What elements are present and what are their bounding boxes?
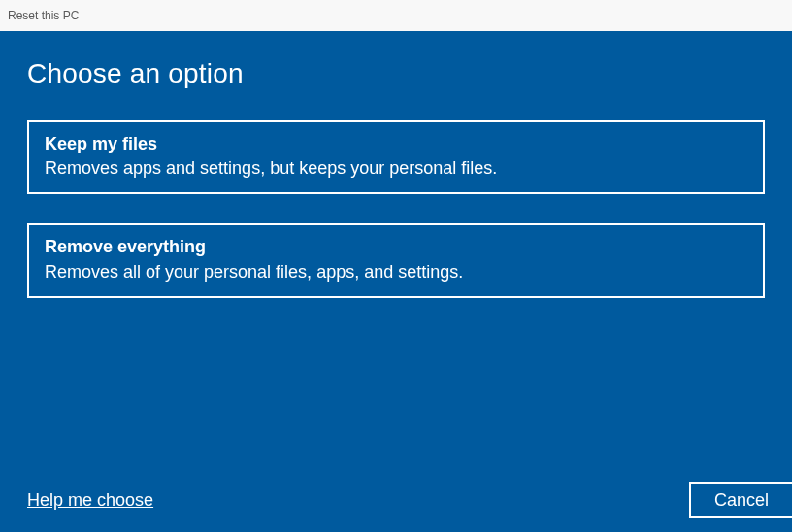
- reset-pc-window: Reset this PC Choose an option Keep my f…: [0, 0, 792, 532]
- option-keep-my-files[interactable]: Keep my files Removes apps and settings,…: [27, 120, 765, 194]
- option-title: Keep my files: [45, 132, 747, 156]
- help-me-choose-link[interactable]: Help me choose: [27, 490, 153, 511]
- options-list: Keep my files Removes apps and settings,…: [27, 120, 765, 298]
- dialog-content: Choose an option Keep my files Removes a…: [0, 31, 792, 532]
- dialog-footer: Help me choose Cancel: [27, 482, 792, 518]
- window-titlebar: Reset this PC: [0, 0, 792, 31]
- window-title: Reset this PC: [8, 9, 79, 22]
- page-heading: Choose an option: [27, 58, 765, 89]
- option-remove-everything[interactable]: Remove everything Removes all of your pe…: [27, 223, 765, 297]
- option-description: Removes apps and settings, but keeps you…: [45, 156, 747, 181]
- option-title: Remove everything: [45, 235, 747, 259]
- cancel-button[interactable]: Cancel: [689, 482, 792, 518]
- option-description: Removes all of your personal files, apps…: [45, 260, 747, 284]
